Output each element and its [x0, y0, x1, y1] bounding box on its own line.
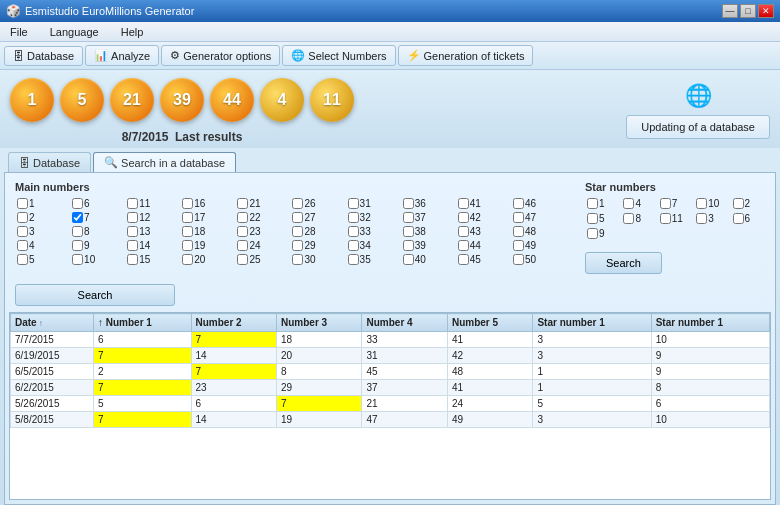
table-cell: 6/19/2015: [11, 348, 94, 364]
table-scroll[interactable]: Date↑ ↑ Number 1 Number 2 Number 3 Numbe…: [10, 313, 770, 499]
checkbox-4[interactable]: [17, 240, 28, 251]
checkbox-50[interactable]: [513, 254, 524, 265]
num-cell-20: 20: [180, 253, 234, 266]
menu-file[interactable]: File: [4, 24, 34, 40]
col-num3[interactable]: Number 3: [277, 314, 362, 332]
num-cell-34: 34: [346, 239, 400, 252]
checkbox-2[interactable]: [17, 212, 28, 223]
checkbox-19[interactable]: [182, 240, 193, 251]
main-number-grid: 1 6 11 16 21 26 31 36 41 46 2 7 12 17 22: [15, 197, 565, 266]
checkbox-15[interactable]: [127, 254, 138, 265]
star-cell-7: 7: [658, 197, 692, 210]
checkbox-28[interactable]: [292, 226, 303, 237]
menu-help[interactable]: Help: [115, 24, 150, 40]
checkbox-5[interactable]: [17, 254, 28, 265]
menu-language[interactable]: Language: [44, 24, 105, 40]
toolbar-database[interactable]: 🗄 Database: [4, 46, 83, 66]
checkbox-42[interactable]: [458, 212, 469, 223]
checkbox-20[interactable]: [182, 254, 193, 265]
num-cell-19: 19: [180, 239, 234, 252]
checkbox-6[interactable]: [72, 198, 83, 209]
checkbox-7[interactable]: [72, 212, 83, 223]
checkbox-8[interactable]: [72, 226, 83, 237]
star-checkbox-4[interactable]: [623, 198, 634, 209]
checkbox-33[interactable]: [348, 226, 359, 237]
checkbox-40[interactable]: [403, 254, 414, 265]
table-cell: 21: [362, 396, 447, 412]
col-num2[interactable]: Number 2: [191, 314, 276, 332]
checkbox-37[interactable]: [403, 212, 414, 223]
checkbox-12[interactable]: [127, 212, 138, 223]
toolbar-generation[interactable]: ⚡ Generation of tickets: [398, 45, 534, 66]
toolbar-analyze[interactable]: 📊 Analyze: [85, 45, 159, 66]
checkbox-30[interactable]: [292, 254, 303, 265]
minimize-btn[interactable]: —: [722, 4, 738, 18]
tab-search[interactable]: 🔍 Search in a database: [93, 152, 236, 172]
checkbox-47[interactable]: [513, 212, 524, 223]
checkbox-16[interactable]: [182, 198, 193, 209]
star-checkbox-10[interactable]: [696, 198, 707, 209]
star-checkbox-11[interactable]: [660, 213, 671, 224]
generation-icon: ⚡: [407, 49, 421, 62]
checkbox-26[interactable]: [292, 198, 303, 209]
star-checkbox-9[interactable]: [587, 228, 598, 239]
title-bar-text: Esmistudio EuroMillions Generator: [25, 5, 194, 17]
search-button[interactable]: Search: [15, 284, 175, 306]
star-checkbox-3[interactable]: [696, 213, 707, 224]
checkbox-32[interactable]: [348, 212, 359, 223]
checkbox-13[interactable]: [127, 226, 138, 237]
toolbar-select-numbers[interactable]: 🌐 Select Numbers: [282, 45, 395, 66]
checkbox-35[interactable]: [348, 254, 359, 265]
checkbox-14[interactable]: [127, 240, 138, 251]
checkbox-21[interactable]: [237, 198, 248, 209]
checkbox-18[interactable]: [182, 226, 193, 237]
col-num1[interactable]: ↑ Number 1: [93, 314, 191, 332]
star-checkbox-8[interactable]: [623, 213, 634, 224]
checkbox-44[interactable]: [458, 240, 469, 251]
tab-database[interactable]: 🗄 Database: [8, 152, 91, 172]
checkbox-43[interactable]: [458, 226, 469, 237]
checkbox-27[interactable]: [292, 212, 303, 223]
checkbox-29[interactable]: [292, 240, 303, 251]
table-cell: 2: [93, 364, 191, 380]
close-btn[interactable]: ✕: [758, 4, 774, 18]
checkbox-46[interactable]: [513, 198, 524, 209]
checkbox-23[interactable]: [237, 226, 248, 237]
checkbox-36[interactable]: [403, 198, 414, 209]
update-database-button[interactable]: Updating of a database: [626, 115, 770, 139]
checkbox-34[interactable]: [348, 240, 359, 251]
checkbox-24[interactable]: [237, 240, 248, 251]
checkbox-10[interactable]: [72, 254, 83, 265]
checkbox-3[interactable]: [17, 226, 28, 237]
checkbox-49[interactable]: [513, 240, 524, 251]
checkbox-45[interactable]: [458, 254, 469, 265]
checkbox-11[interactable]: [127, 198, 138, 209]
checkbox-1[interactable]: [17, 198, 28, 209]
star-checkbox-5[interactable]: [587, 213, 598, 224]
col-star2[interactable]: Star number 1: [651, 314, 769, 332]
checkbox-9[interactable]: [72, 240, 83, 251]
checkbox-17[interactable]: [182, 212, 193, 223]
star-cell-3: 3: [694, 212, 728, 225]
col-num4[interactable]: Number 4: [362, 314, 447, 332]
star-checkbox-1[interactable]: [587, 198, 598, 209]
star-checkbox-7[interactable]: [660, 198, 671, 209]
maximize-btn[interactable]: □: [740, 4, 756, 18]
checkbox-48[interactable]: [513, 226, 524, 237]
checkbox-41[interactable]: [458, 198, 469, 209]
star-checkbox-6[interactable]: [733, 213, 744, 224]
checkbox-25[interactable]: [237, 254, 248, 265]
num-cell-39: 39: [401, 239, 455, 252]
toolbar-generator-options[interactable]: ⚙ Generator options: [161, 45, 280, 66]
checkbox-22[interactable]: [237, 212, 248, 223]
star-checkbox-2[interactable]: [733, 198, 744, 209]
checkbox-31[interactable]: [348, 198, 359, 209]
col-date[interactable]: Date↑: [11, 314, 94, 332]
col-star1[interactable]: Star number 1: [533, 314, 651, 332]
col-num5[interactable]: Number 5: [447, 314, 532, 332]
checkbox-38[interactable]: [403, 226, 414, 237]
star-search-button[interactable]: Search: [585, 252, 662, 274]
table-cell: 23: [191, 380, 276, 396]
tab-bar: 🗄 Database 🔍 Search in a database: [0, 148, 780, 172]
checkbox-39[interactable]: [403, 240, 414, 251]
